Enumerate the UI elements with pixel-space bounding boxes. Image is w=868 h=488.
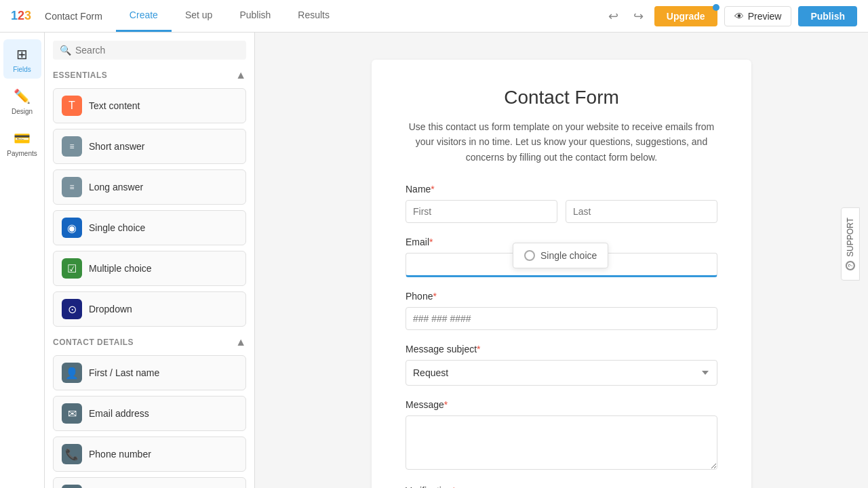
main-layout: ⊞ Fields ✏️ Design 💳 Payments 🔍 ESSENTIA…	[0, 33, 868, 488]
dropdown-icon: ⊙	[62, 299, 82, 319]
field-item-short-answer[interactable]: ≡ Short answer	[53, 129, 246, 164]
contact-details-section-header: CONTACT DETAILS ▲	[53, 336, 246, 348]
essentials-collapse-button[interactable]: ▲	[235, 69, 246, 81]
name-field: Name*	[406, 184, 717, 223]
single-choice-tooltip: Single choice	[513, 243, 608, 268]
support-tab[interactable]: ? SUPPORT	[841, 207, 860, 281]
fields-icon: ⊞	[13, 45, 32, 64]
field-item-multiple-choice[interactable]: ☑ Multiple choice	[53, 251, 246, 286]
contact-details-title: CONTACT DETAILS	[53, 338, 134, 347]
first-last-name-icon: 👤	[62, 363, 82, 383]
search-input[interactable]	[75, 45, 239, 56]
phone-input[interactable]	[406, 307, 717, 330]
radio-dot-icon	[524, 250, 535, 261]
design-icon: ✏️	[13, 87, 32, 106]
icon-sidebar: ⊞ Fields ✏️ Design 💳 Payments	[0, 33, 45, 488]
single-choice-icon: ◉	[62, 218, 82, 238]
phone-field: Phone*	[406, 291, 717, 330]
sidebar-item-payments[interactable]: 💳 Payments	[3, 123, 41, 163]
topbar-actions: ↩ ↪ Upgrade 👁 Preview Publish	[604, 5, 857, 28]
payments-icon: 💳	[13, 129, 32, 148]
multiple-choice-icon: ☑	[62, 258, 82, 279]
short-answer-icon: ≡	[62, 136, 82, 157]
email-address-icon: ✉	[62, 403, 82, 424]
form-description: Use this contact us form template on you…	[406, 119, 717, 165]
message-subject-field: Message subject* Request Question Feedba…	[406, 344, 717, 386]
preview-button[interactable]: 👁 Preview	[724, 6, 792, 26]
message-label: Message*	[406, 399, 717, 410]
field-item-long-answer[interactable]: ≡ Long answer	[53, 169, 246, 205]
form-title-nav: Contact Form	[45, 11, 102, 22]
message-subject-label: Message subject*	[406, 344, 717, 354]
phone-number-icon: 📞	[62, 444, 82, 464]
message-subject-select[interactable]: Request Question Feedback Other	[406, 360, 717, 386]
verification-field: Verification* SMART	[406, 485, 717, 488]
address-icon: 📍	[62, 485, 82, 488]
upgrade-button[interactable]: Upgrade	[654, 6, 717, 26]
field-item-text-content[interactable]: T Text content	[53, 88, 246, 123]
search-icon: 🔍	[60, 45, 71, 56]
phone-label: Phone*	[406, 291, 717, 302]
essentials-section-header: ESSENTIALS ▲	[53, 69, 246, 81]
first-name-input[interactable]	[406, 200, 557, 223]
field-item-phone-number[interactable]: 📞 Phone number	[53, 436, 246, 472]
essentials-title: ESSENTIALS	[53, 70, 107, 80]
last-name-input[interactable]	[566, 200, 717, 223]
app-logo: 123	[11, 9, 31, 23]
tab-setup[interactable]: Set up	[172, 0, 226, 32]
name-label: Name*	[406, 184, 717, 195]
undo-button[interactable]: ↩	[604, 5, 623, 28]
verification-label: Verification*	[406, 485, 717, 488]
field-item-single-choice[interactable]: ◉ Single choice	[53, 210, 246, 245]
fields-panel: 🔍 ESSENTIALS ▲ T Text content ≡ Short an…	[45, 33, 255, 488]
field-item-dropdown[interactable]: ⊙ Dropdown	[53, 291, 246, 327]
long-answer-icon: ≡	[62, 177, 82, 197]
name-row	[406, 200, 717, 223]
text-content-icon: T	[62, 96, 82, 116]
support-icon: ?	[846, 261, 855, 270]
field-item-email-address[interactable]: ✉ Email address	[53, 396, 246, 431]
form-card: Contact Form Use this contact us form te…	[372, 60, 751, 488]
redo-button[interactable]: ↪	[629, 5, 648, 28]
contact-details-collapse-button[interactable]: ▲	[235, 336, 246, 348]
form-title: Contact Form	[406, 87, 717, 108]
sidebar-item-fields[interactable]: ⊞ Fields	[3, 39, 41, 79]
nav-tabs: Create Set up Publish Results	[116, 0, 343, 32]
message-textarea[interactable]	[406, 415, 717, 470]
topbar: 123 Contact Form Create Set up Publish R…	[0, 0, 868, 33]
field-item-address[interactable]: 📍 Address	[53, 477, 246, 488]
eye-icon: 👁	[734, 11, 744, 22]
canvas-wrapper: Single choice Contact Form Use this cont…	[255, 33, 868, 488]
tab-create[interactable]: Create	[116, 0, 172, 32]
tab-publish[interactable]: Publish	[226, 0, 284, 32]
tab-results[interactable]: Results	[284, 0, 343, 32]
field-item-first-last-name[interactable]: 👤 First / Last name	[53, 355, 246, 390]
message-field: Message*	[406, 399, 717, 472]
sidebar-item-design[interactable]: ✏️ Design	[3, 81, 41, 121]
search-box[interactable]: 🔍	[53, 41, 246, 60]
publish-button[interactable]: Publish	[798, 6, 857, 26]
